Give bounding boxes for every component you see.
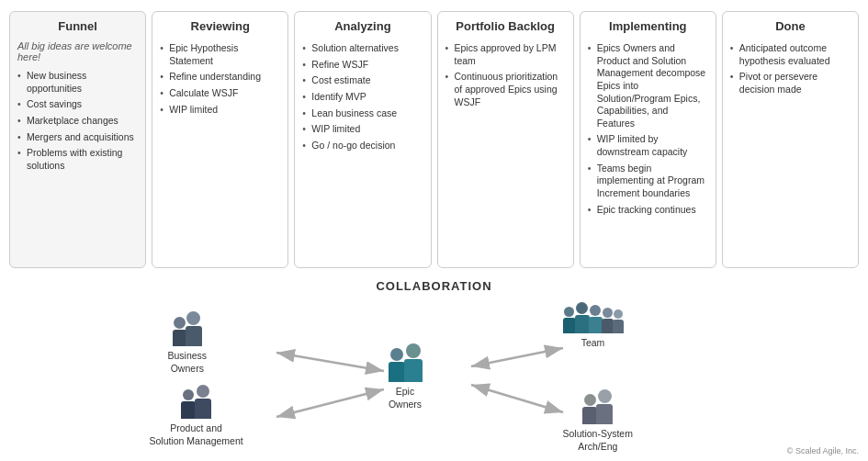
svg-line-2 (276, 353, 384, 371)
list-item: Anticipated outcome hypothesis evaluated (730, 40, 851, 69)
reviewing-list: Epic Hypothesis Statement Refine underst… (160, 40, 280, 118)
bottom-section: COLLABORATION (0, 275, 868, 461)
list-item: Mergers and acquisitions (17, 129, 138, 146)
person-figure (582, 394, 597, 424)
list-item: Epics approved by LPM team (445, 40, 566, 69)
list-item: Marketplace changes (17, 113, 138, 129)
person-figure (404, 343, 423, 382)
funnel-list: New business opportunities Cost savings … (17, 68, 138, 174)
list-item: Identify MVP (302, 89, 423, 106)
solution-system-group: Solution-SystemArch/Eng (563, 389, 633, 453)
column-funnel: Funnel All big ideas are welcome here! N… (9, 11, 146, 268)
list-item: Teams begin implementing at Program Incr… (588, 161, 708, 202)
column-title-analyzing: Analyzing (302, 19, 423, 33)
list-item: Lean business case (302, 106, 423, 122)
team-figures (563, 302, 624, 333)
copyright-text: © Scaled Agile, Inc. (787, 446, 859, 455)
business-owners-label: BusinessOwners (168, 350, 208, 375)
person-figure (575, 302, 590, 333)
list-item: Refine WSJF (302, 57, 423, 73)
column-implementing: Implementing Epics Owners and Product an… (580, 11, 716, 268)
column-title-implementing: Implementing (588, 19, 708, 33)
list-item: WIP limited (160, 102, 280, 118)
person-figure (596, 389, 613, 424)
list-item: Refine understanding (160, 69, 280, 85)
person-figure (589, 305, 603, 333)
product-solution-group: Product andSolution Management (150, 385, 243, 447)
column-analyzing: Analyzing Solution alternatives Refine W… (294, 11, 431, 268)
epic-owners-label: EpicOwners (389, 386, 422, 410)
team-group: Team (563, 302, 624, 350)
funnel-subtitle: All big ideas are welcome here! (17, 40, 138, 62)
product-solution-figures (181, 385, 211, 419)
epic-owners-group: EpicOwners (389, 343, 423, 410)
list-item: Cost savings (17, 96, 138, 113)
list-item: Go / no-go decision (302, 138, 423, 154)
analyzing-list: Solution alternatives Refine WSJF Cost e… (302, 40, 423, 153)
column-portfolio-backlog: Portfolio Backlog Epics approved by LPM … (437, 11, 574, 268)
column-done: Done Anticipated outcome hypothesis eval… (722, 11, 859, 268)
implementing-list: Epics Owners and Product and Solution Ma… (588, 40, 708, 218)
portfolio-list: Epics approved by LPM team Continuous pr… (445, 40, 566, 110)
column-title-portfolio: Portfolio Backlog (445, 19, 566, 33)
column-title-done: Done (730, 19, 851, 33)
column-title-funnel: Funnel (17, 19, 138, 33)
solution-system-label: Solution-SystemArch/Eng (563, 428, 633, 453)
solution-figures (582, 389, 613, 424)
done-list: Anticipated outcome hypothesis evaluated… (730, 40, 851, 98)
list-item: Solution alternatives (302, 40, 423, 57)
person-figure (186, 311, 202, 346)
person-figure (181, 389, 196, 419)
list-item: Epic Hypothesis Statement (160, 40, 280, 69)
list-item: Epic tracking continues (588, 202, 708, 219)
list-item: WIP limited by downstream capacity (588, 131, 708, 160)
epic-owners-figures (389, 343, 423, 382)
list-item: Pivot or persevere decision made (730, 69, 851, 97)
list-item: Cost estimate (302, 73, 423, 89)
person-figure (613, 309, 624, 333)
column-title-reviewing: Reviewing (160, 19, 280, 33)
business-owners-figures (173, 311, 202, 346)
collaboration-title: COLLABORATION (376, 279, 491, 293)
list-item: New business opportunities (17, 68, 138, 96)
business-owners-group: BusinessOwners (168, 311, 208, 375)
svg-line-4 (471, 348, 563, 366)
person-figure (195, 385, 211, 419)
list-item: Continuous prioritization of approved Ep… (445, 69, 566, 110)
list-item: WIP limited (302, 121, 423, 138)
svg-line-3 (276, 389, 384, 417)
top-section: Funnel All big ideas are welcome here! N… (0, 0, 868, 275)
product-solution-label: Product andSolution Management (150, 422, 243, 447)
list-item: Epics Owners and Product and Solution Ma… (588, 40, 708, 131)
list-item: Problems with existing solutions (17, 145, 138, 174)
list-item: Calculate WSJF (160, 85, 280, 102)
person-figure (563, 307, 576, 333)
column-reviewing: Reviewing Epic Hypothesis Statement Refi… (152, 11, 288, 268)
person-figure (389, 348, 405, 382)
team-label: Team (581, 337, 605, 350)
svg-line-5 (471, 385, 563, 412)
